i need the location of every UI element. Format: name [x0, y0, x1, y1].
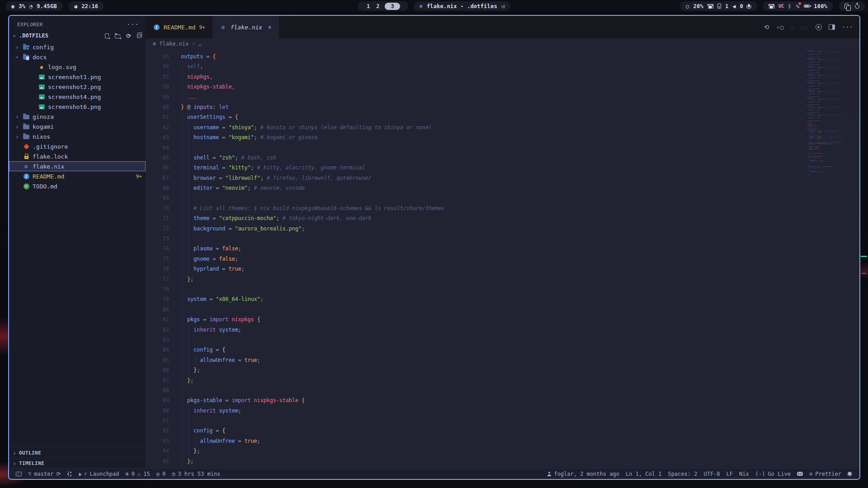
tree-item[interactable]: screenshot2.png	[9, 82, 146, 92]
code-line[interactable]: 69	[146, 193, 859, 203]
code-line[interactable]: 72 background = "aurora_borealis.png";	[146, 224, 859, 234]
editor-more-actions-icon[interactable]: ···	[842, 23, 853, 31]
code-line[interactable]: 76 hyprland = true;	[146, 264, 859, 274]
code-line[interactable]: 77 };	[146, 274, 859, 284]
indentation-button[interactable]: Spaces: 2	[665, 471, 700, 477]
code-line[interactable]: 80	[146, 305, 859, 314]
cursor-position-button[interactable]: Ln 1, Col 1	[623, 471, 665, 477]
tab-flake-nix[interactable]: ❄ flake.nix ×	[212, 16, 279, 38]
code-line[interactable]: 59 ...	[146, 92, 859, 102]
breadcrumb-file[interactable]: flake.nix	[159, 41, 189, 47]
code-line[interactable]: 93 allowUnfree = true;	[146, 436, 859, 446]
workspace-1[interactable]: 1	[363, 3, 373, 9]
tree-item[interactable]: .gitignore	[9, 141, 146, 151]
code-line[interactable]: 92 config = {	[146, 426, 859, 436]
next-change-icon[interactable]: ○›	[801, 23, 809, 31]
code-line[interactable]: 62 username = "shinya"; # konsta or shin…	[146, 122, 859, 132]
local-history-icon[interactable]: ⟲	[764, 23, 769, 31]
code-line[interactable]: 61 userSettings = {	[146, 112, 859, 122]
code-line[interactable]: 65 shell = "zsh"; # bash, zsh	[146, 153, 859, 163]
code-line[interactable]: 96in {	[146, 466, 859, 468]
new-file-icon[interactable]	[105, 33, 109, 38]
devices-pill[interactable]: ○ 20% 1 ◀ 0	[680, 1, 757, 11]
code-line[interactable]: 91	[146, 416, 859, 426]
language-mode-button[interactable]: Nix	[736, 471, 752, 477]
new-folder-icon[interactable]	[115, 34, 120, 38]
close-tab-icon[interactable]: ×	[268, 23, 271, 31]
explorer-more-actions-icon[interactable]: ···	[127, 21, 139, 28]
tab-readme[interactable]: README.md 9+	[146, 16, 212, 38]
code-line[interactable]: 68 editor = "neovim"; # neovim, vscode	[146, 183, 859, 193]
workspace-2[interactable]: 2	[373, 3, 382, 9]
breadcrumb[interactable]: ❄ flake.nix › …	[146, 38, 859, 49]
code-line[interactable]: 71 theme = "catppuccin-mocha"; # tokyo-n…	[146, 213, 859, 223]
system-stats-pill[interactable]: ◉ 3% ◔ 9.45GB	[5, 1, 63, 11]
code-line[interactable]: 63 hostname = "kogami"; # kogami or gino…	[146, 132, 859, 142]
code-line[interactable]: 78	[146, 284, 859, 294]
code-line[interactable]: 89 pkgs-stable = import nixpkgs-stable {	[146, 395, 859, 405]
encoding-button[interactable]: UTF-8	[700, 471, 723, 477]
formatter-button[interactable]: ⊘ Prettier	[806, 471, 844, 477]
git-blame-item[interactable]: foglar, 2 months ago	[544, 471, 623, 477]
code-line[interactable]: 95 };	[146, 456, 859, 466]
code-line[interactable]: 94 };	[146, 446, 859, 456]
tree-item[interactable]: screenshot4.png	[9, 92, 146, 102]
code-line[interactable]: 83	[146, 335, 859, 345]
code-line[interactable]: 86 };	[146, 365, 859, 375]
breadcrumb-more[interactable]: …	[198, 41, 202, 47]
workspace-section-header[interactable]: › .DOTFILES ⟳	[9, 30, 146, 41]
tree-item[interactable]: ›docs	[9, 52, 146, 62]
run-debug-icon[interactable]	[816, 24, 822, 30]
power-pill[interactable]	[839, 1, 865, 11]
chevron-right-icon[interactable]: ›	[14, 133, 20, 140]
code-line[interactable]: 70 # List all themes: $ nix build nixpkg…	[146, 203, 859, 213]
code-line[interactable]: 56 self,	[146, 61, 859, 71]
remote-window-button[interactable]	[13, 472, 25, 476]
tree-item[interactable]: ›ginoza	[9, 112, 146, 122]
tree-item[interactable]: README.md9+	[9, 171, 146, 181]
chevron-down-icon[interactable]: ›	[14, 54, 21, 60]
code-line[interactable]: 85 allowUnfree = true;	[146, 355, 859, 365]
code-line[interactable]: 84 config = {	[146, 345, 859, 355]
code-line[interactable]: 88	[146, 385, 859, 395]
refresh-explorer-icon[interactable]: ⟳	[126, 33, 131, 39]
code-line[interactable]: 64	[146, 143, 859, 153]
code-line[interactable]: 60} @ inputs: let	[146, 102, 859, 112]
chevron-right-icon[interactable]: ›	[14, 113, 20, 120]
code-line[interactable]: 58 nixpkgs-stable,	[146, 82, 859, 92]
code-line[interactable]: 57 nixpkgs,	[146, 72, 859, 82]
tree-item[interactable]: ✱logo.svg	[9, 62, 146, 72]
code-line[interactable]: 73	[146, 234, 859, 244]
previous-change-icon[interactable]: ‹○	[776, 23, 784, 31]
code-line[interactable]: 75 gnome = false;	[146, 254, 859, 264]
go-live-button[interactable]: (·) Go Live	[752, 471, 794, 477]
problems-button[interactable]: ⊗ 0 ⚠ 15	[123, 471, 153, 477]
ports-button[interactable]: ◎ 0	[153, 471, 169, 477]
timeline-section[interactable]: › TIMELINE	[9, 458, 146, 468]
clock-pill[interactable]: ◕ 22:16	[68, 1, 104, 11]
status-tray-pill[interactable]: UC ᛒ ∿ 100%	[763, 1, 833, 11]
tree-item[interactable]: ›nixos	[9, 131, 146, 141]
code-line[interactable]: 87 };	[146, 375, 859, 385]
notifications-button[interactable]	[844, 472, 855, 476]
code-line[interactable]: 74 plasma = false;	[146, 244, 859, 253]
minimap[interactable]: outputs = { username = "shinya"; # konst…	[806, 50, 841, 177]
wakatime-button[interactable]: ◷ 3 hrs 53 mins	[169, 471, 223, 477]
outline-section[interactable]: › OUTLINE	[9, 447, 146, 458]
workspace-3-active[interactable]: 3	[385, 3, 400, 10]
git-branch-button[interactable]: ⌥ master ⟳	[25, 471, 64, 477]
tree-item[interactable]: ❄flake.nix	[9, 161, 146, 171]
code-line[interactable]: 66 terminal = "kitty"; # kitty, alacritt…	[146, 163, 859, 173]
launchpad-button[interactable]: ▲ ⚡ Launchpad	[75, 471, 123, 477]
chevron-right-icon[interactable]: ›	[14, 44, 20, 51]
code-line[interactable]: 81 pkgs = import nixpkgs {	[146, 314, 859, 324]
code-line[interactable]: 67 browser = "librewolf"; # firefox, lib…	[146, 173, 859, 183]
code-line[interactable]: 79 system = "x86_64-linux";	[146, 294, 859, 304]
tree-item[interactable]: flake.lock	[9, 151, 146, 161]
split-editor-icon[interactable]	[829, 24, 835, 30]
code-editor[interactable]: 55outputs = {56 self,57 nixpkgs,58 nixpk…	[146, 49, 859, 468]
copilot-button[interactable]	[794, 472, 806, 476]
code-line[interactable]: 55outputs = {	[146, 52, 859, 61]
eol-button[interactable]: LF	[723, 471, 736, 477]
git-graph-button[interactable]	[64, 471, 75, 477]
